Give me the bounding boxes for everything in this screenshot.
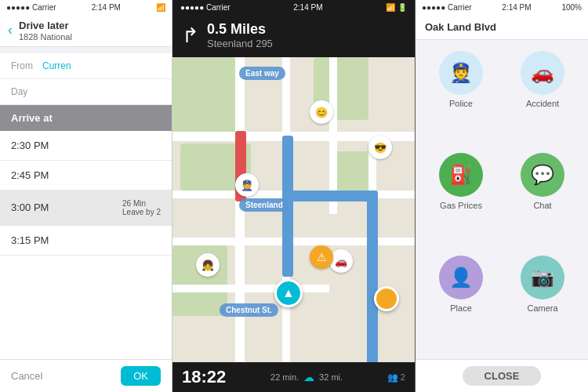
time-extra: 26 MinLeave by 2 [122, 199, 161, 216]
map-icon-char2: 😎 [368, 136, 392, 159]
carrier-p3: ●●●●● Carrier [422, 3, 472, 12]
bottom-bar-p1: Cancel OK [0, 359, 172, 392]
battery-p3: 100% [561, 3, 582, 12]
trip-details: 22 min. ☁ 32 mi. [270, 371, 343, 383]
time-row-highlighted[interactable]: 3:00 PM 26 MinLeave by 2 [0, 191, 172, 226]
battery-p2: 📶 🔋 [386, 3, 407, 12]
time-row[interactable]: 2:45 PM [0, 161, 172, 191]
nav-bar-p1: ‹ Drive later 1828 National [0, 15, 172, 47]
chat-label: Chat [533, 201, 551, 210]
east-way-label: East way [239, 67, 285, 80]
map-icon-char3: 🚗 [329, 249, 353, 273]
carrier-p1: ●●●●● Carrier [6, 3, 56, 12]
chestnut-label: Chestnut St. [220, 303, 278, 317]
back-icon[interactable]: ‹ [8, 22, 13, 38]
time-value: 3:00 PM [11, 201, 49, 213]
steenland-label: Steenland [239, 198, 289, 212]
destination-marker [374, 286, 399, 311]
chat-icon: 💬 [521, 153, 564, 197]
wifi-p1: 📶 [156, 3, 165, 12]
map-icon-police: 👮 [235, 173, 259, 197]
time-value: 2:45 PM [11, 169, 49, 181]
from-value[interactable]: Curren [42, 60, 71, 71]
time-value: 3:15 PM [11, 234, 49, 246]
status-bar-p2: ●●●●● Carrier 2:14 PM 📶 🔋 [172, 0, 415, 15]
close-bar: CLOSE [416, 359, 588, 392]
carrier-p2: ●●●●● Carrier [180, 3, 230, 12]
gas-icon: ⛽ [439, 153, 483, 197]
report-police[interactable]: 👮 Police [425, 51, 497, 143]
eta-time: 18:22 [182, 367, 226, 387]
police-label: Police [449, 99, 473, 108]
page-title: Drive later [19, 20, 72, 32]
drive-later-panel: ●●●●● Carrier 2:14 PM 📶 ‹ Drive later 18… [0, 0, 172, 392]
report-gas[interactable]: ⛽ Gas Prices [425, 153, 497, 245]
from-row: From Curren [0, 53, 172, 79]
ok-button[interactable]: OK [121, 366, 161, 386]
time-row[interactable]: 2:30 PM [0, 131, 172, 161]
map-icon-warning: ⚠ [310, 245, 333, 269]
police-icon: 👮 [439, 51, 483, 95]
camera-icon: 📷 [521, 256, 564, 299]
time-list: 2:30 PM 2:45 PM 3:00 PM 26 MinLeave by 2… [0, 131, 172, 359]
report-accident[interactable]: 🚗 Accident [506, 51, 579, 143]
page-subtitle: 1828 National [19, 32, 72, 42]
distance: 0.5 Miles [207, 21, 273, 38]
report-grid: 👮 Police 🚗 Accident ⛽ Gas Prices 💬 Chat … [416, 40, 588, 359]
trip-dist: 32 mi. [319, 372, 343, 382]
time-row[interactable]: 3:15 PM [0, 226, 172, 256]
report-camera[interactable]: 📷 Camera [506, 256, 579, 348]
gas-label: Gas Prices [440, 201, 482, 210]
day-row: Day [0, 79, 172, 105]
report-chat[interactable]: 💬 Chat [506, 153, 579, 245]
nav-header: ↱ 0.5 Miles Steenland 295 [172, 15, 415, 57]
map-panel: ●●●●● Carrier 2:14 PM 📶 🔋 ↱ 0.5 Miles St… [172, 0, 416, 392]
close-button[interactable]: CLOSE [463, 366, 542, 386]
status-bar-p1: ●●●●● Carrier 2:14 PM 📶 [0, 0, 172, 15]
report-panel: ●●●●● Carrier 2:14 PM 100% Oak Land Blvd… [416, 0, 588, 392]
map-area: East way Steenland Chestnut St. 👮 😊 😎 🚗 … [172, 57, 415, 362]
form-section: From Curren Day [0, 53, 172, 105]
turn-icon: ↱ [182, 24, 199, 48]
accident-label: Accident [526, 99, 559, 108]
accident-icon: 🚗 [521, 51, 564, 95]
location-label: Oak Land Blvd [416, 15, 588, 40]
time-p2: 2:14 PM [293, 3, 322, 12]
riders-count: 👥 2 [387, 372, 405, 383]
arrive-header: Arrive at [0, 105, 172, 131]
time-value: 2:30 PM [11, 140, 49, 151]
map-icon-char4: 👧 [196, 253, 220, 277]
report-place[interactable]: 👤 Place [425, 256, 497, 348]
trip-time: 22 min. [270, 372, 299, 382]
time-p1: 2:14 PM [92, 3, 121, 12]
bottom-info: 18:22 22 min. ☁ 32 mi. 👥 2 [172, 362, 415, 392]
place-icon: 👤 [439, 256, 483, 299]
time-p3: 2:14 PM [502, 3, 531, 12]
place-label: Place [450, 303, 472, 313]
camera-label: Camera [527, 303, 557, 313]
nav-arrow: ▲ [274, 279, 303, 307]
waze-icon: ☁ [303, 371, 314, 383]
nav-street: Steenland 295 [207, 38, 273, 49]
cancel-button[interactable]: Cancel [11, 370, 42, 382]
status-bar-p3: ●●●●● Carrier 2:14 PM 100% [416, 0, 588, 15]
from-label: From [11, 60, 42, 71]
map-icon-char1: 😊 [310, 100, 333, 124]
day-label: Day [11, 86, 42, 97]
